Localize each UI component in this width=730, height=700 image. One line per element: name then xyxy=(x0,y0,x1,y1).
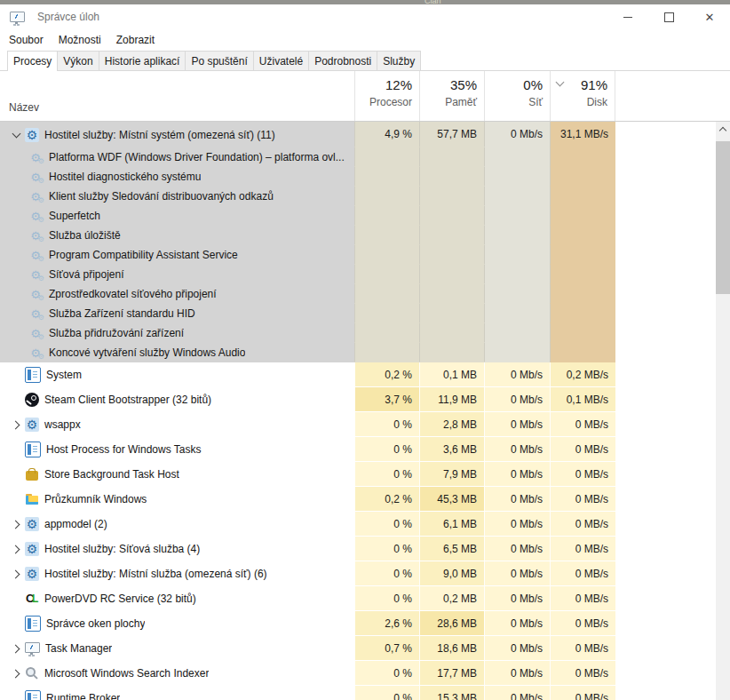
process-name-cell: Store Background Task Host xyxy=(0,462,354,487)
process-row[interactable]: Správce oken plochy 2,6 % 28,6 MB 0 Mb/s… xyxy=(0,611,716,636)
cpu-cell: 0 % xyxy=(354,412,419,437)
process-row[interactable]: Průzkumník Windows 0,2 % 45,3 MB 0 Mb/s … xyxy=(0,487,716,512)
row-filler xyxy=(615,487,716,512)
process-row[interactable]: Program Compatibility Assistant Service xyxy=(0,245,716,265)
process-name-cell: Program Compatibility Assistant Service xyxy=(0,245,354,265)
memory-cell xyxy=(419,304,484,323)
scrollbar-thumb[interactable] xyxy=(716,141,730,294)
process-row[interactable]: PowerDVD RC Service (32 bitů) 0 % 0,2 MB… xyxy=(0,586,716,611)
tab-procesy[interactable]: Procesy xyxy=(7,51,58,71)
scrollbar-up-arrow-icon[interactable] xyxy=(716,122,730,137)
process-name-cell: Zprostředkovatel síťového připojení xyxy=(0,284,354,304)
disk-cell: 0 MB/s xyxy=(550,537,615,561)
disk-cell xyxy=(550,147,615,167)
tab-sluzby[interactable]: Služby xyxy=(377,51,421,71)
memory-cell: 3,6 MB xyxy=(419,437,484,462)
expand-chevron-icon[interactable] xyxy=(7,122,25,147)
tab-uzivatele[interactable]: Uživatelé xyxy=(253,51,309,71)
maximize-button[interactable] xyxy=(648,4,689,29)
expand-chevron-icon[interactable] xyxy=(7,636,25,661)
expand-chevron-icon[interactable] xyxy=(7,412,25,437)
process-name-cell: Hostitel služby: Síťová služba (4) xyxy=(0,537,354,561)
process-row[interactable]: Služba úložiště xyxy=(0,226,716,245)
expand-chevron-icon xyxy=(7,284,29,304)
memory-cell xyxy=(419,323,484,343)
menu-zobrazit[interactable]: Zobrazit xyxy=(116,31,163,49)
cpu-cell: 0,7 % xyxy=(354,636,419,661)
vertical-scrollbar[interactable] xyxy=(716,122,730,700)
service-gear-icon xyxy=(29,307,42,320)
column-header-cpu[interactable]: 12% Procesor xyxy=(354,71,419,121)
process-name-cell: Průzkumník Windows xyxy=(0,487,354,512)
process-name-cell: Platforma WDF (Windows Driver Foundation… xyxy=(0,147,354,167)
row-filler xyxy=(615,122,716,147)
host-gear-icon xyxy=(25,517,39,531)
memory-cell: 17,7 MB xyxy=(419,661,484,686)
tab-podrobnosti[interactable]: Podrobnosti xyxy=(308,51,377,71)
process-list: Hostitel služby: Místní systém (omezená … xyxy=(0,122,716,700)
expand-chevron-icon[interactable] xyxy=(7,561,25,586)
process-row[interactable]: Služba přidružování zařízení xyxy=(0,323,716,343)
process-row[interactable]: wsappx 0 % 2,8 MB 0 Mb/s 0 MB/s xyxy=(0,412,716,437)
expand-chevron-icon[interactable] xyxy=(7,512,25,537)
cpu-cell xyxy=(354,323,419,343)
process-name: Host Process for Windows Tasks xyxy=(46,443,202,456)
tab-vykon[interactable]: Výkon xyxy=(57,51,99,71)
tab-po-spusteni[interactable]: Po spuštění xyxy=(185,51,253,71)
process-row[interactable]: Microsoft Windows Search Indexer 0 % 17,… xyxy=(0,661,716,686)
memory-cell: 0,2 MB xyxy=(419,586,484,611)
cpu-column-label: Procesor xyxy=(355,96,412,108)
process-row[interactable]: System 0,2 % 0,1 MB 0 Mb/s 0,2 MB/s xyxy=(0,362,716,387)
cpu-cell xyxy=(354,167,419,187)
process-row[interactable]: Platforma WDF (Windows Driver Foundation… xyxy=(0,147,716,167)
expand-chevron-icon[interactable] xyxy=(7,661,25,686)
process-row[interactable]: Steam Client Bootstrapper (32 bitů) 3,7 … xyxy=(0,387,716,412)
process-row[interactable]: Síťová připojení xyxy=(0,265,716,284)
process-row[interactable]: Služba Zařízení standardu HID xyxy=(0,304,716,323)
expand-chevron-icon xyxy=(7,206,29,226)
column-header-network[interactable]: 0% Síť xyxy=(484,71,550,121)
process-row[interactable]: Hostitel diagnostického systému xyxy=(0,167,716,187)
expand-chevron-icon xyxy=(7,245,29,265)
process-name-cell: Microsoft Windows Search Indexer xyxy=(0,661,354,686)
process-row[interactable]: Task Manager 0,7 % 18,6 MB 0 Mb/s 0 MB/s xyxy=(0,636,716,661)
menu-soubor[interactable]: Soubor xyxy=(9,31,52,49)
process-row[interactable]: appmodel (2) 0 % 6,1 MB 0 Mb/s 0 MB/s xyxy=(0,512,716,537)
memory-cell xyxy=(419,265,484,284)
row-filler xyxy=(615,265,716,284)
column-header-memory[interactable]: 35% Paměť xyxy=(419,71,484,121)
column-header-name[interactable]: Název xyxy=(9,101,39,114)
process-row[interactable]: Zprostředkovatel síťového připojení xyxy=(0,284,716,304)
column-header-disk[interactable]: 91% Disk xyxy=(550,71,615,121)
task-manager-app-icon xyxy=(10,12,25,22)
menu-moznosti[interactable]: Možnosti xyxy=(59,31,109,49)
steam-icon xyxy=(25,393,39,407)
process-row[interactable]: Host Process for Windows Tasks 0 % 3,6 M… xyxy=(0,437,716,462)
process-row[interactable]: Hostitel služby: Síťová služba (4) 0 % 6… xyxy=(0,537,716,561)
process-row[interactable]: Klient služby Sledování distribuovaných … xyxy=(0,187,716,206)
process-row[interactable]: Runtime Broker 0 % 15,3 MB 0 Mb/s 0 MB/s xyxy=(0,686,716,700)
process-row[interactable]: Koncové vytváření služby Windows Audio xyxy=(0,343,716,362)
tab-historie-aplikaci[interactable]: Historie aplikací xyxy=(99,51,186,71)
service-gear-icon xyxy=(29,288,42,300)
memory-cell xyxy=(419,187,484,206)
service-gear-icon xyxy=(29,210,42,222)
process-name: Služba Zařízení standardu HID xyxy=(49,307,195,320)
process-row[interactable]: Hostitel služby: Místní služba (omezená … xyxy=(0,561,716,586)
process-row[interactable]: Superfetch xyxy=(0,206,716,226)
disk-column-label: Disk xyxy=(551,96,607,108)
close-button[interactable]: ✕ xyxy=(689,4,730,29)
minimize-button[interactable] xyxy=(607,4,648,29)
process-name: System xyxy=(46,369,82,381)
process-name: Platforma WDF (Windows Driver Foundation… xyxy=(49,151,345,163)
window-icon xyxy=(25,690,41,700)
expand-chevron-icon[interactable] xyxy=(7,537,25,561)
process-row[interactable]: Store Background Task Host 0 % 7,9 MB 0 … xyxy=(0,462,716,487)
process-name-cell: Služba úložiště xyxy=(0,226,354,245)
process-name-cell: Runtime Broker xyxy=(0,686,354,700)
cpu-cell: 0 % xyxy=(354,586,419,611)
host-gear-icon xyxy=(25,418,39,432)
window-icon xyxy=(25,367,41,383)
process-row[interactable]: Hostitel služby: Místní systém (omezená … xyxy=(0,122,716,147)
disk-cell xyxy=(550,304,615,323)
